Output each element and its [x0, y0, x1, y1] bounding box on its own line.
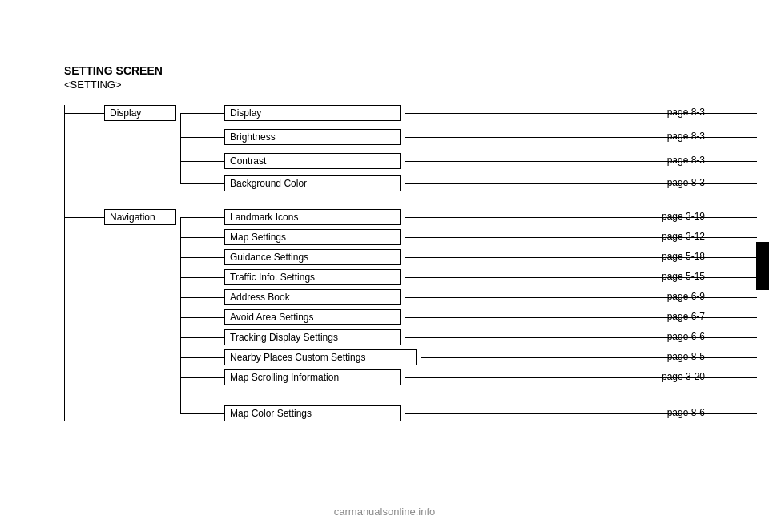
nav-item8-ref-line	[421, 357, 757, 358]
nav-item3-box: Guidance Settings	[224, 249, 401, 265]
nav-item8-ref: page 8-5	[667, 351, 705, 362]
display-category: Display	[104, 105, 176, 121]
display-item1-box: Display	[224, 105, 401, 121]
nav-item9-ref: page 3-20	[662, 371, 705, 382]
display-h-line	[64, 113, 104, 114]
display-item2-box: Brightness	[224, 129, 401, 145]
nav-item6-box: Avoid Area Settings	[224, 309, 401, 325]
nav-item1-box: Landmark Icons	[224, 209, 401, 225]
tree-diagram: Display Display page 8-3 Brightness page…	[64, 97, 705, 433]
nav-item9-box: Map Scrolling Information	[224, 369, 401, 385]
display-item4-hline	[180, 183, 224, 184]
nav-item3-ref: page 5-18	[662, 251, 705, 262]
nav-item10-ref: page 8-6	[667, 407, 705, 418]
nav-item1-ref: page 3-19	[662, 211, 705, 222]
display-item1-hline	[180, 113, 224, 114]
nav-item8-box: Nearby Places Custom Settings	[224, 349, 417, 365]
page-title: SETTING SCREEN	[64, 64, 705, 77]
page-container: SETTING SCREEN <SETTING> Display Display…	[0, 0, 769, 532]
main-vertical-line	[64, 105, 65, 421]
display-item1-ref: page 8-3	[667, 107, 705, 118]
page-subtitle: <SETTING>	[64, 79, 705, 91]
watermark: carmanualsonline.info	[334, 506, 435, 518]
nav-item1-hline	[180, 217, 224, 218]
nav-v-line	[180, 217, 181, 413]
nav-item4-hline	[180, 277, 224, 278]
nav-item5-hline	[180, 297, 224, 298]
nav-item9-hline	[180, 377, 224, 378]
display-item2-ref: page 8-3	[667, 131, 705, 142]
display-item3-hline	[180, 161, 224, 162]
nav-item10-hline	[180, 413, 224, 414]
nav-item3-hline	[180, 257, 224, 258]
nav-item7-ref: page 6-6	[667, 331, 705, 342]
nav-item4-box: Traffic Info. Settings	[224, 269, 401, 285]
black-rect	[756, 242, 769, 290]
nav-item2-box: Map Settings	[224, 229, 401, 245]
nav-item6-ref: page 6-7	[667, 311, 705, 322]
display-item3-ref: page 8-3	[667, 155, 705, 166]
nav-item4-ref: page 5-15	[662, 271, 705, 282]
display-v-line	[180, 113, 181, 183]
nav-item8-hline	[180, 357, 224, 358]
nav-item7-hline	[180, 337, 224, 338]
content-area: SETTING SCREEN <SETTING> Display Display…	[64, 64, 705, 433]
nav-category: Navigation	[104, 209, 176, 225]
nav-item2-hline	[180, 237, 224, 238]
nav-h-line	[64, 217, 104, 218]
display-item3-box: Contrast	[224, 153, 401, 169]
nav-item7-box: Tracking Display Settings	[224, 329, 401, 345]
nav-item5-ref: page 6-9	[667, 291, 705, 302]
display-item4-box: Background Color	[224, 175, 401, 191]
nav-item5-box: Address Book	[224, 289, 401, 305]
nav-item6-hline	[180, 317, 224, 318]
display-item4-ref: page 8-3	[667, 177, 705, 188]
nav-item10-box: Map Color Settings	[224, 405, 401, 421]
nav-item2-ref: page 3-12	[662, 231, 705, 242]
display-item2-hline	[180, 137, 224, 138]
